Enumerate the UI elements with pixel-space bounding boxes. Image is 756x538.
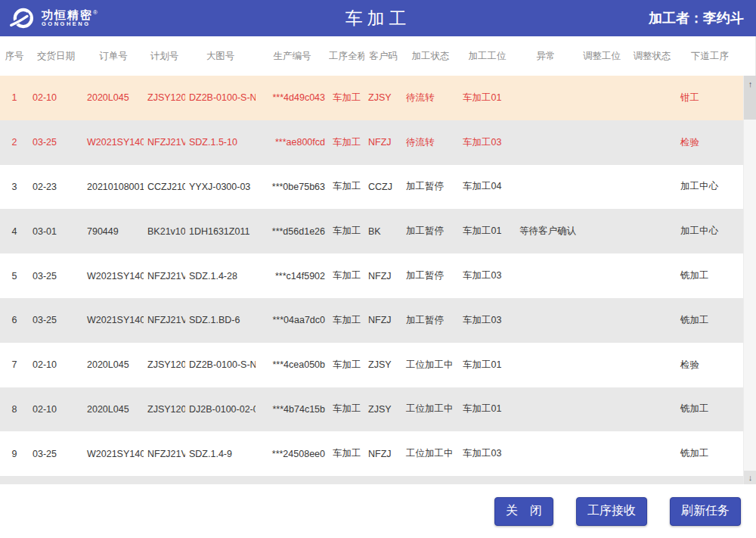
cell-order-no: W2021SY140 <box>83 253 144 298</box>
cell-process-name: 车加工 <box>329 343 364 387</box>
cell-index: 3 <box>0 165 29 210</box>
cell-abnormal <box>516 165 576 210</box>
cell-work-station: 车加工03 <box>459 298 516 343</box>
cell-index: 7 <box>0 343 29 387</box>
cell-index <box>0 476 29 484</box>
scrollbar-thumb[interactable] <box>744 92 756 120</box>
table-row[interactable]: 403-01790449BK21v1021DH1631Z011***d56d1e… <box>0 209 743 253</box>
cell-order-no: 790449 <box>83 209 144 253</box>
cell-order-no: W2021SY140 <box>83 431 144 476</box>
cell-drawing-no: SDZ.1.4-9 <box>185 431 256 476</box>
cell-abnormal <box>516 476 576 484</box>
cell-next-process: 检验 <box>677 120 743 165</box>
cell-process-name: 车加工 <box>329 387 364 432</box>
accept-process-button[interactable]: 工序接收 <box>576 497 647 526</box>
cell-delivery-date: 03-25 <box>29 120 83 165</box>
col-index: 序号 <box>0 36 29 76</box>
cell-customer-code: ZJSY <box>364 343 402 387</box>
cell-drawing-no: DZ2B-0100-S-N- <box>185 76 256 120</box>
cell-next-process: 铣加工 <box>677 431 743 476</box>
table-row[interactable]: 702-102020L045ZJSY1201DZ2B-0100-S-N.1***… <box>0 343 743 387</box>
table-row[interactable]: 503-25W2021SY140NFZJ21V1SDZ.1.4-28***c14… <box>0 253 743 298</box>
cell-work-station <box>459 476 516 484</box>
cell-process-name: 车加工 <box>329 431 364 476</box>
cell-production-no: ***4d49c043 <box>256 76 329 120</box>
cell-adjust-status <box>627 76 677 120</box>
table-row[interactable]: 102-102020L045ZJSY1201DZ2B-0100-S-N-***4… <box>0 76 743 120</box>
table-row[interactable]: 603-25W2021SY140NFZJ21V1SDZ.1.BD-6***04a… <box>0 298 743 343</box>
cell-process-name: 车加工 <box>329 253 364 298</box>
cell-plan-no: NFZJ21V1 <box>144 431 185 476</box>
logo-name-en: GONGHENG <box>42 21 98 27</box>
table-row[interactable]: 903-25W2021SY140NFZJ21V1SDZ.1.4-9***2450… <box>0 431 743 476</box>
cell-production-no: ***04aa7dc0 <box>256 298 329 343</box>
arrow-up-icon: ↑ <box>748 79 753 89</box>
cell-drawing-no: SDZ.1.5-10 <box>185 120 256 165</box>
cell-adjust-station <box>576 209 627 253</box>
cell-adjust-station <box>576 253 627 298</box>
cell-customer-code: NFZJ <box>364 298 402 343</box>
action-bar: 关 闭 工序接收 刷新任务 <box>0 484 756 538</box>
cell-adjust-status <box>627 387 677 432</box>
cell-index: 6 <box>0 298 29 343</box>
cell-production-no: ***ae800fcd <box>256 120 329 165</box>
cell-delivery-date: 02-10 <box>29 343 83 387</box>
cell-adjust-station <box>576 76 627 120</box>
app: 功恒精密® GONGHENG 车加工 加工者：李约斗 序号 交货日期 订单号 计… <box>0 0 756 538</box>
cell-process-status: 待流转 <box>402 76 459 120</box>
table-row[interactable] <box>0 476 743 484</box>
cell-adjust-station <box>576 120 627 165</box>
cell-drawing-no: SDZ.1.4-28 <box>185 253 256 298</box>
cell-order-no: 2020L045 <box>83 387 144 432</box>
scroll-down-button[interactable]: ↓ <box>744 471 756 484</box>
cell-process-status: 加工暂停 <box>402 298 459 343</box>
cell-plan-no: ZJSY1201 <box>144 387 185 432</box>
cell-order-no: 2020L045 <box>83 76 144 120</box>
cell-next-process: 铣加工 <box>677 298 743 343</box>
table-row[interactable]: 203-25W2021SY140NFZJ21V1SDZ.1.5-10***ae8… <box>0 120 743 165</box>
gongheng-logo-icon <box>9 5 36 31</box>
cell-adjust-station <box>576 343 627 387</box>
cell-order-no: 2020L045 <box>83 343 144 387</box>
refresh-tasks-button[interactable]: 刷新任务 <box>670 497 741 526</box>
col-drawing-no: 大图号 <box>185 36 256 76</box>
cell-abnormal <box>516 298 576 343</box>
col-adjust-station: 调整工位 <box>576 36 627 76</box>
cell-adjust-status <box>627 253 677 298</box>
cell-process-status: 工位加工中 <box>402 431 459 476</box>
col-work-station: 加工工位 <box>459 36 516 76</box>
cell-customer-code: ZJSY <box>364 387 402 432</box>
cell-plan-no <box>144 476 185 484</box>
cell-abnormal <box>516 253 576 298</box>
cell-production-no <box>256 476 329 484</box>
cell-work-station: 车加工03 <box>459 120 516 165</box>
cell-order-no <box>83 476 144 484</box>
cell-next-process: 钳工 <box>677 76 743 120</box>
col-production-no: 生产编号 <box>256 36 329 76</box>
cell-index: 5 <box>0 253 29 298</box>
cell-index: 1 <box>0 76 29 120</box>
cell-next-process: 加工中心 <box>677 165 743 210</box>
cell-customer-code: NFZJ <box>364 431 402 476</box>
cell-plan-no: NFZJ21V1 <box>144 253 185 298</box>
cell-process-status: 工位加工中 <box>402 387 459 432</box>
logo-text: 功恒精密® GONGHENG <box>42 9 98 28</box>
table-row[interactable]: 802-102020L045ZJSY1201DJ2B-0100-02-03***… <box>0 387 743 432</box>
table-row[interactable]: 302-23202101080011CCZJ2108YYXJ-0300-03**… <box>0 165 743 210</box>
cell-work-station: 车加工01 <box>459 76 516 120</box>
cell-delivery-date: 03-01 <box>29 209 83 253</box>
col-next-process: 下道工序 <box>677 36 743 76</box>
cell-process-status <box>402 476 459 484</box>
cell-next-process: 检验 <box>677 343 743 387</box>
cell-order-no: 202101080011 <box>83 165 144 210</box>
cell-process-name: 车加工 <box>329 209 364 253</box>
close-button[interactable]: 关 闭 <box>494 497 553 526</box>
col-customer-code: 客户码 <box>364 36 402 76</box>
cell-adjust-station <box>576 387 627 432</box>
scroll-up-button[interactable]: ↑ <box>744 76 756 92</box>
col-adjust-status: 调整状态 <box>627 36 677 76</box>
cell-delivery-date: 02-10 <box>29 76 83 120</box>
cell-delivery-date: 03-25 <box>29 298 83 343</box>
cell-abnormal <box>516 343 576 387</box>
arrow-down-icon: ↓ <box>748 473 753 482</box>
